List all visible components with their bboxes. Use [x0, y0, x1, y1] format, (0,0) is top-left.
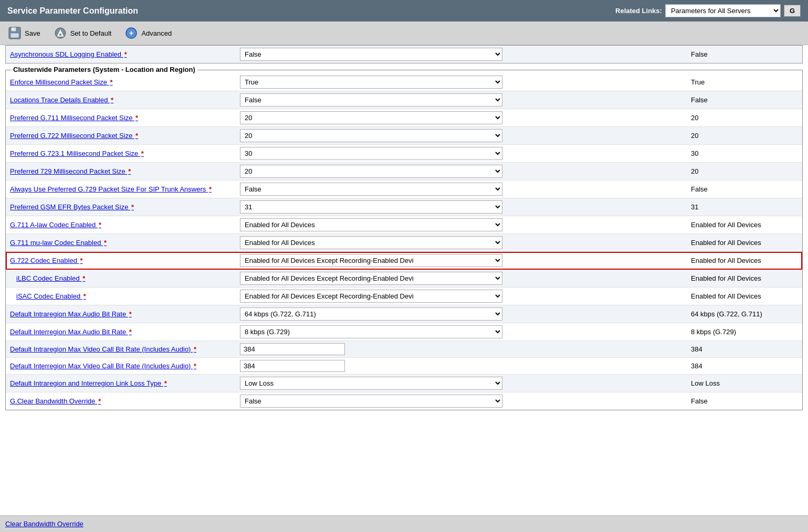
param-select-0[interactable]: TrueFalse — [240, 76, 502, 89]
param-select-1[interactable]: TrueFalse — [240, 93, 502, 107]
param-default-13: 64 kbps (G.722, G.711) — [687, 307, 802, 321]
page-header: Service Parameter Configuration Related … — [0, 0, 808, 22]
param-control-9: Enabled for All DevicesDisabled — [237, 234, 687, 251]
req-star-10: * — [80, 257, 83, 264]
param-label-0[interactable]: Enforce Millisecond Packet Size * — [6, 76, 237, 89]
req-star-15: * — [194, 345, 196, 353]
param-label-11[interactable]: iLBC Codec Enabled * — [6, 272, 237, 285]
param-row-1: Locations Trace Details Enabled *TrueFal… — [6, 91, 802, 109]
param-row-17: Default Intraregion and Interregion Link… — [6, 375, 802, 392]
param-default-16: 384 — [687, 359, 802, 373]
param-control-15 — [237, 341, 687, 357]
param-row-8: G.711 A-law Codec Enabled *Enabled for A… — [6, 216, 802, 234]
param-select-4[interactable]: 3060 — [240, 147, 502, 160]
param-label-18[interactable]: G.Clear Bandwidth Override * — [6, 395, 237, 408]
param-label-13[interactable]: Default Intraregion Max Audio Bit Rate * — [6, 307, 237, 321]
param-select-14[interactable]: 64 kbps (G.722, G.711)8 kbps (G.729) — [240, 325, 502, 338]
param-default-9: Enabled for All Devices — [687, 236, 802, 249]
param-default-5: 20 — [687, 165, 802, 178]
req-star-11: * — [82, 274, 85, 282]
param-control-12: Enabled for All DevicesEnabled for All D… — [237, 288, 687, 305]
related-links-select[interactable]: Parameters for All Servers — [665, 4, 781, 17]
toolbar: Save Set to Default + Advanced — [0, 22, 808, 45]
param-label-6[interactable]: Always Use Preferred G.729 Packet Size F… — [6, 183, 237, 196]
param-label-15[interactable]: Default Intraregion Max Video Call Bit R… — [6, 343, 237, 356]
param-control-10: Enabled for All DevicesEnabled for All D… — [237, 252, 687, 269]
param-control-5: 203040 — [237, 163, 687, 180]
param-label-16[interactable]: Default Interregion Max Video Call Bit R… — [6, 359, 237, 373]
param-row-0: Enforce Millisecond Packet Size *TrueFal… — [6, 73, 802, 91]
save-label: Save — [25, 29, 40, 37]
save-button[interactable]: Save — [5, 25, 43, 41]
param-select-7[interactable]: 3162 — [240, 200, 502, 214]
svg-rect-6 — [59, 34, 61, 36]
async-sdl-control: False True — [237, 46, 687, 63]
req-star-13: * — [129, 310, 132, 318]
set-default-icon-svg — [54, 26, 67, 40]
param-select-18[interactable]: TrueFalse — [240, 395, 502, 408]
advanced-icon-svg: + — [124, 26, 138, 40]
param-control-14: 64 kbps (G.722, G.711)8 kbps (G.729) — [237, 323, 687, 341]
param-input-16[interactable] — [240, 360, 345, 372]
param-default-4: 30 — [687, 147, 802, 160]
svg-text:+: + — [129, 29, 133, 37]
param-label-12[interactable]: iSAC Codec Enabled * — [6, 290, 237, 303]
param-select-13[interactable]: 64 kbps (G.722, G.711)8 kbps (G.729) — [240, 307, 502, 321]
param-select-17[interactable]: Low LossHigh Loss — [240, 377, 502, 390]
param-row-16: Default Interregion Max Video Call Bit R… — [6, 358, 802, 375]
async-sdl-select[interactable]: False True — [240, 48, 502, 61]
param-label-5[interactable]: Preferred 729 Millisecond Packet Size * — [6, 165, 237, 178]
param-default-18: False — [687, 395, 802, 408]
param-default-7: 31 — [687, 200, 802, 214]
param-label-2[interactable]: Preferred G.711 Millisecond Packet Size … — [6, 111, 237, 124]
param-label-1[interactable]: Locations Trace Details Enabled * — [6, 93, 237, 107]
param-control-17: Low LossHigh Loss — [237, 375, 687, 392]
set-to-default-button[interactable]: Set to Default — [51, 25, 114, 41]
param-default-3: 20 — [687, 129, 802, 142]
req-star-7: * — [131, 203, 134, 211]
param-control-7: 3162 — [237, 198, 687, 216]
param-select-5[interactable]: 203040 — [240, 165, 502, 178]
advanced-icon: + — [124, 26, 139, 40]
param-select-10[interactable]: Enabled for All DevicesEnabled for All D… — [240, 254, 502, 267]
param-default-1: False — [687, 93, 802, 107]
param-row-4: Preferred G.723.1 Millisecond Packet Siz… — [6, 145, 802, 163]
advanced-button[interactable]: + Advanced — [122, 25, 174, 41]
param-default-17: Low Loss — [687, 377, 802, 390]
async-sdl-row: Asynchronous SDL Logging Enabled * False… — [6, 46, 802, 63]
async-sdl-default: False — [687, 48, 802, 61]
param-label-8[interactable]: G.711 A-law Codec Enabled * — [6, 218, 237, 231]
param-label-14[interactable]: Default Interregion Max Audio Bit Rate * — [6, 325, 237, 338]
param-select-2[interactable]: 203040 — [240, 111, 502, 124]
req-star-16: * — [194, 362, 196, 370]
param-row-10: G.722 Codec Enabled *Enabled for All Dev… — [6, 252, 802, 270]
required-star: * — [124, 50, 127, 58]
req-star-9: * — [104, 239, 107, 247]
param-select-8[interactable]: Enabled for All DevicesDisabled — [240, 218, 502, 231]
param-default-0: True — [687, 76, 802, 89]
param-row-15: Default Intraregion Max Video Call Bit R… — [6, 341, 802, 358]
param-label-3[interactable]: Preferred G.722 Millisecond Packet Size … — [6, 129, 237, 142]
param-select-11[interactable]: Enabled for All DevicesEnabled for All D… — [240, 272, 502, 285]
param-select-9[interactable]: Enabled for All DevicesDisabled — [240, 236, 502, 249]
param-row-18: G.Clear Bandwidth Override *TrueFalseFal… — [6, 392, 802, 410]
param-select-6[interactable]: TrueFalse — [240, 183, 502, 196]
param-default-12: Enabled for All Devices — [687, 290, 802, 303]
param-select-3[interactable]: 203040 — [240, 129, 502, 142]
param-label-7[interactable]: Preferred GSM EFR Bytes Packet Size * — [6, 200, 237, 214]
param-control-3: 203040 — [237, 127, 687, 144]
param-row-2: Preferred G.711 Millisecond Packet Size … — [6, 109, 802, 127]
param-default-10: Enabled for All Devices — [687, 254, 802, 267]
param-label-9[interactable]: G.711 mu-law Codec Enabled * — [6, 236, 237, 249]
req-star-17: * — [164, 379, 167, 387]
param-input-15[interactable] — [240, 343, 345, 355]
content-area: Asynchronous SDL Logging Enabled * False… — [0, 45, 808, 426]
async-sdl-label[interactable]: Asynchronous SDL Logging Enabled * — [6, 48, 237, 61]
param-label-10[interactable]: G.722 Codec Enabled * — [6, 254, 237, 267]
param-label-4[interactable]: Preferred G.723.1 Millisecond Packet Siz… — [6, 147, 237, 160]
param-row-6: Always Use Preferred G.729 Packet Size F… — [6, 180, 802, 198]
main-section: Clusterwide Parameters (System - Locatio… — [5, 70, 803, 410]
param-select-12[interactable]: Enabled for All DevicesEnabled for All D… — [240, 290, 502, 303]
param-label-17[interactable]: Default Intraregion and Interregion Link… — [6, 377, 237, 390]
go-button[interactable]: G — [784, 5, 801, 17]
